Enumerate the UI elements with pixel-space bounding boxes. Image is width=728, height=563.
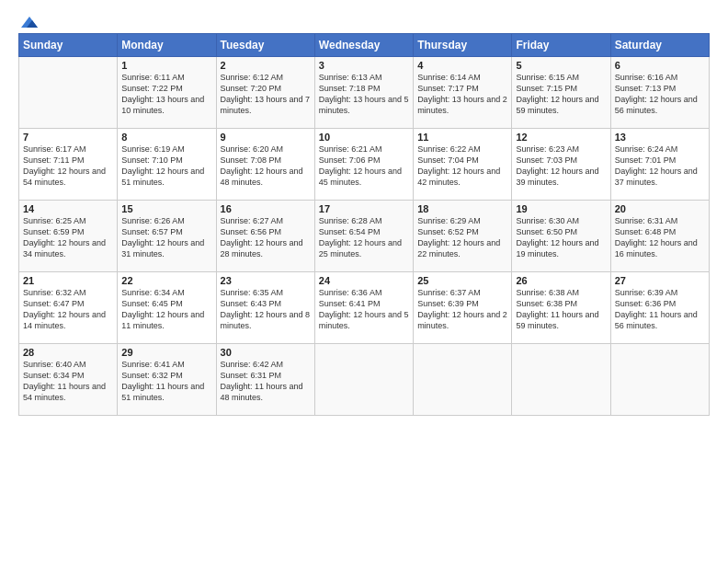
calendar-cell: 27Sunrise: 6:39 AMSunset: 6:36 PMDayligh… bbox=[610, 272, 709, 344]
calendar-cell: 2Sunrise: 6:12 AMSunset: 7:20 PMDaylight… bbox=[216, 57, 314, 129]
cell-info: Sunrise: 6:19 AMSunset: 7:10 PMDaylight:… bbox=[121, 144, 211, 189]
calendar-cell: 29Sunrise: 6:41 AMSunset: 6:32 PMDayligh… bbox=[118, 344, 216, 416]
cell-info: Sunrise: 6:17 AMSunset: 7:11 PMDaylight:… bbox=[23, 144, 113, 189]
header bbox=[18, 15, 710, 26]
cell-info: Sunrise: 6:36 AMSunset: 6:41 PMDaylight:… bbox=[319, 287, 409, 332]
cell-info: Sunrise: 6:22 AMSunset: 7:04 PMDaylight:… bbox=[417, 144, 507, 189]
logo bbox=[18, 15, 40, 26]
page: Sunday Monday Tuesday Wednesday Thursday… bbox=[0, 0, 728, 563]
calendar-cell: 7Sunrise: 6:17 AMSunset: 7:11 PMDaylight… bbox=[19, 129, 118, 201]
calendar-cell: 16Sunrise: 6:27 AMSunset: 6:56 PMDayligh… bbox=[216, 201, 314, 272]
cell-info: Sunrise: 6:31 AMSunset: 6:48 PMDaylight:… bbox=[615, 215, 705, 260]
cell-info: Sunrise: 6:24 AMSunset: 7:01 PMDaylight:… bbox=[615, 144, 705, 189]
cell-info: Sunrise: 6:35 AMSunset: 6:43 PMDaylight:… bbox=[221, 287, 311, 332]
day-number: 27 bbox=[615, 275, 705, 286]
day-number: 1 bbox=[121, 60, 211, 71]
col-wednesday: Wednesday bbox=[314, 34, 413, 57]
day-number: 2 bbox=[221, 60, 311, 71]
col-tuesday: Tuesday bbox=[216, 34, 314, 57]
col-friday: Friday bbox=[512, 34, 610, 57]
calendar-week-row: 14Sunrise: 6:25 AMSunset: 6:59 PMDayligh… bbox=[19, 201, 710, 272]
cell-info: Sunrise: 6:26 AMSunset: 6:57 PMDaylight:… bbox=[121, 215, 211, 260]
day-number: 6 bbox=[615, 60, 705, 71]
cell-info: Sunrise: 6:41 AMSunset: 6:32 PMDaylight:… bbox=[121, 359, 211, 404]
day-number: 7 bbox=[23, 132, 113, 143]
day-number: 9 bbox=[221, 132, 311, 143]
cell-info: Sunrise: 6:30 AMSunset: 6:50 PMDaylight:… bbox=[516, 215, 606, 260]
calendar-week-row: 21Sunrise: 6:32 AMSunset: 6:47 PMDayligh… bbox=[19, 272, 710, 344]
day-number: 22 bbox=[121, 275, 211, 286]
cell-info: Sunrise: 6:29 AMSunset: 6:52 PMDaylight:… bbox=[417, 215, 507, 260]
calendar-cell: 11Sunrise: 6:22 AMSunset: 7:04 PMDayligh… bbox=[414, 129, 512, 201]
calendar-cell: 18Sunrise: 6:29 AMSunset: 6:52 PMDayligh… bbox=[414, 201, 512, 272]
calendar-cell: 14Sunrise: 6:25 AMSunset: 6:59 PMDayligh… bbox=[19, 201, 118, 272]
cell-info: Sunrise: 6:27 AMSunset: 6:56 PMDaylight:… bbox=[221, 215, 311, 260]
calendar: Sunday Monday Tuesday Wednesday Thursday… bbox=[18, 33, 710, 416]
calendar-cell bbox=[19, 57, 118, 129]
calendar-cell: 15Sunrise: 6:26 AMSunset: 6:57 PMDayligh… bbox=[118, 201, 216, 272]
col-saturday: Saturday bbox=[610, 34, 709, 57]
calendar-cell: 1Sunrise: 6:11 AMSunset: 7:22 PMDaylight… bbox=[118, 57, 216, 129]
calendar-cell: 3Sunrise: 6:13 AMSunset: 7:18 PMDaylight… bbox=[314, 57, 413, 129]
day-number: 20 bbox=[615, 203, 705, 214]
calendar-cell: 19Sunrise: 6:30 AMSunset: 6:50 PMDayligh… bbox=[512, 201, 610, 272]
day-number: 8 bbox=[121, 132, 211, 143]
logo-icon bbox=[19, 15, 40, 29]
day-number: 16 bbox=[221, 203, 311, 214]
calendar-week-row: 1Sunrise: 6:11 AMSunset: 7:22 PMDaylight… bbox=[19, 57, 710, 129]
cell-info: Sunrise: 6:42 AMSunset: 6:31 PMDaylight:… bbox=[221, 359, 311, 404]
cell-info: Sunrise: 6:38 AMSunset: 6:38 PMDaylight:… bbox=[516, 287, 606, 332]
calendar-cell: 20Sunrise: 6:31 AMSunset: 6:48 PMDayligh… bbox=[610, 201, 709, 272]
calendar-cell: 23Sunrise: 6:35 AMSunset: 6:43 PMDayligh… bbox=[216, 272, 314, 344]
col-monday: Monday bbox=[118, 34, 216, 57]
calendar-cell: 13Sunrise: 6:24 AMSunset: 7:01 PMDayligh… bbox=[610, 129, 709, 201]
calendar-cell bbox=[512, 344, 610, 416]
calendar-week-row: 7Sunrise: 6:17 AMSunset: 7:11 PMDaylight… bbox=[19, 129, 710, 201]
col-sunday: Sunday bbox=[19, 34, 118, 57]
cell-info: Sunrise: 6:37 AMSunset: 6:39 PMDaylight:… bbox=[417, 287, 507, 332]
day-number: 17 bbox=[319, 203, 409, 214]
day-number: 29 bbox=[121, 347, 211, 358]
day-number: 30 bbox=[221, 347, 311, 358]
cell-info: Sunrise: 6:14 AMSunset: 7:17 PMDaylight:… bbox=[417, 72, 507, 117]
day-number: 25 bbox=[417, 275, 507, 286]
calendar-cell: 12Sunrise: 6:23 AMSunset: 7:03 PMDayligh… bbox=[512, 129, 610, 201]
calendar-cell: 28Sunrise: 6:40 AMSunset: 6:34 PMDayligh… bbox=[19, 344, 118, 416]
day-number: 14 bbox=[23, 203, 113, 214]
day-number: 18 bbox=[417, 203, 507, 214]
calendar-cell: 22Sunrise: 6:34 AMSunset: 6:45 PMDayligh… bbox=[118, 272, 216, 344]
col-thursday: Thursday bbox=[414, 34, 512, 57]
day-number: 15 bbox=[121, 203, 211, 214]
cell-info: Sunrise: 6:12 AMSunset: 7:20 PMDaylight:… bbox=[221, 72, 311, 117]
calendar-cell: 5Sunrise: 6:15 AMSunset: 7:15 PMDaylight… bbox=[512, 57, 610, 129]
cell-info: Sunrise: 6:40 AMSunset: 6:34 PMDaylight:… bbox=[23, 359, 113, 404]
cell-info: Sunrise: 6:13 AMSunset: 7:18 PMDaylight:… bbox=[319, 72, 409, 117]
calendar-cell bbox=[610, 344, 709, 416]
calendar-cell: 30Sunrise: 6:42 AMSunset: 6:31 PMDayligh… bbox=[216, 344, 314, 416]
calendar-cell bbox=[414, 344, 512, 416]
cell-info: Sunrise: 6:32 AMSunset: 6:47 PMDaylight:… bbox=[23, 287, 113, 332]
day-number: 5 bbox=[516, 60, 606, 71]
calendar-cell: 6Sunrise: 6:16 AMSunset: 7:13 PMDaylight… bbox=[610, 57, 709, 129]
cell-info: Sunrise: 6:20 AMSunset: 7:08 PMDaylight:… bbox=[221, 144, 311, 189]
day-number: 24 bbox=[319, 275, 409, 286]
calendar-cell: 21Sunrise: 6:32 AMSunset: 6:47 PMDayligh… bbox=[19, 272, 118, 344]
cell-info: Sunrise: 6:34 AMSunset: 6:45 PMDaylight:… bbox=[121, 287, 211, 332]
calendar-cell: 9Sunrise: 6:20 AMSunset: 7:08 PMDaylight… bbox=[216, 129, 314, 201]
day-number: 12 bbox=[516, 132, 606, 143]
calendar-cell: 10Sunrise: 6:21 AMSunset: 7:06 PMDayligh… bbox=[314, 129, 413, 201]
calendar-cell: 26Sunrise: 6:38 AMSunset: 6:38 PMDayligh… bbox=[512, 272, 610, 344]
cell-info: Sunrise: 6:11 AMSunset: 7:22 PMDaylight:… bbox=[121, 72, 211, 117]
day-number: 11 bbox=[417, 132, 507, 143]
calendar-week-row: 28Sunrise: 6:40 AMSunset: 6:34 PMDayligh… bbox=[19, 344, 710, 416]
day-number: 21 bbox=[23, 275, 113, 286]
calendar-cell: 17Sunrise: 6:28 AMSunset: 6:54 PMDayligh… bbox=[314, 201, 413, 272]
cell-info: Sunrise: 6:21 AMSunset: 7:06 PMDaylight:… bbox=[319, 144, 409, 189]
day-number: 28 bbox=[23, 347, 113, 358]
day-number: 23 bbox=[221, 275, 311, 286]
cell-info: Sunrise: 6:28 AMSunset: 6:54 PMDaylight:… bbox=[319, 215, 409, 260]
day-number: 26 bbox=[516, 275, 606, 286]
day-number: 10 bbox=[319, 132, 409, 143]
cell-info: Sunrise: 6:15 AMSunset: 7:15 PMDaylight:… bbox=[516, 72, 606, 117]
calendar-cell: 8Sunrise: 6:19 AMSunset: 7:10 PMDaylight… bbox=[118, 129, 216, 201]
